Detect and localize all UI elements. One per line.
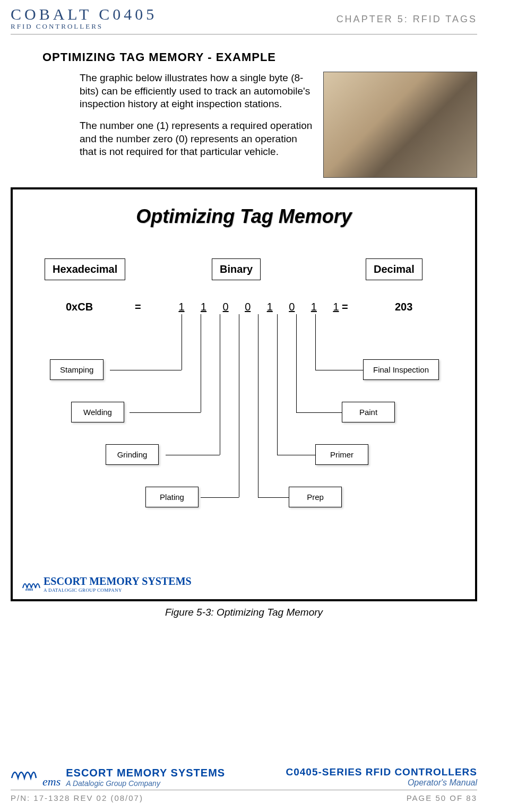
- section-title: OPTIMIZING TAG MEMORY - EXAMPLE: [42, 50, 477, 64]
- equals-1: =: [135, 301, 141, 313]
- footer-doc-type: Operator's Manual: [286, 778, 478, 788]
- chapter-label: CHAPTER 5: RFID TAGS: [337, 14, 477, 25]
- line: [201, 497, 239, 498]
- line: [315, 370, 363, 370]
- ems-brand: ESCORT MEMORY SYSTEMS: [44, 575, 192, 587]
- line: [130, 412, 201, 413]
- op-stamping: Stamping: [50, 359, 103, 380]
- op-final-inspection: Final Inspection: [363, 359, 439, 380]
- figure-caption: Figure 5-3: Optimizing Tag Memory: [11, 607, 477, 618]
- bit-3: 1: [260, 301, 279, 313]
- line: [182, 314, 182, 370]
- line: [258, 314, 258, 497]
- page-footer: ems ESCORT MEMORY SYSTEMS A Datalogic Gr…: [11, 764, 477, 802]
- footer-pn: P/N: 17-1328 REV 02 (08/07): [11, 793, 143, 802]
- footer-ems-tag: ems: [42, 775, 61, 788]
- line: [220, 314, 220, 455]
- footer-brand-sub: A Datalogic Group Company: [66, 779, 225, 788]
- line: [315, 314, 316, 370]
- footer-page: PAGE 50 OF 83: [407, 793, 477, 802]
- op-paint: Paint: [342, 402, 395, 422]
- ems-wave-icon: ems: [22, 577, 40, 591]
- page-header: COBALT C0405 RFID CONTROLLERS CHAPTER 5:…: [11, 5, 477, 34]
- line: [166, 455, 220, 455]
- line: [296, 314, 297, 412]
- bit-0: 1: [326, 301, 346, 313]
- line: [258, 497, 289, 498]
- label-binary: Binary: [212, 258, 261, 280]
- bit-5: 0: [216, 301, 235, 313]
- footer-brand: ESCORT MEMORY SYSTEMS: [66, 767, 225, 779]
- ems-logo: ems ESCORT MEMORY SYSTEMS A DATALOGIC GR…: [22, 575, 192, 593]
- bit-1: 1: [304, 301, 323, 313]
- vehicle-photo: [323, 72, 477, 178]
- line: [239, 314, 239, 497]
- op-grinding: Grinding: [106, 444, 159, 465]
- footer-left: ems ESCORT MEMORY SYSTEMS A Datalogic Gr…: [11, 764, 225, 788]
- svg-text:ems: ems: [25, 586, 33, 591]
- figure-title: Optimizing Tag Memory: [23, 205, 464, 228]
- ems-sub: A DATALOGIC GROUP COMPANY: [44, 588, 192, 593]
- intro-text: The graphic below illustrates how a sing…: [80, 72, 313, 178]
- label-decimal: Decimal: [366, 258, 422, 280]
- figure-frame: Optimizing Tag Memory Hexadecimal Binary…: [11, 187, 477, 601]
- logo-line2: RFID CONTROLLERS: [11, 22, 157, 31]
- hex-value: 0xCB: [66, 301, 93, 313]
- line: [110, 370, 182, 370]
- op-plating: Plating: [145, 487, 199, 507]
- op-welding: Welding: [71, 402, 124, 422]
- line: [296, 412, 342, 413]
- op-prep: Prep: [289, 487, 342, 507]
- binary-bits: 1 1 0 0 1 0 1 1: [172, 301, 346, 313]
- line: [277, 455, 315, 455]
- decimal-value: 203: [395, 301, 412, 313]
- logo-line1: COBALT C0405: [11, 5, 157, 23]
- footer-product: C0405-SERIES RFID CONTROLLERS: [286, 766, 478, 778]
- line: [201, 314, 201, 412]
- footer-right: C0405-SERIES RFID CONTROLLERS Operator's…: [286, 766, 478, 788]
- bit-4: 0: [238, 301, 257, 313]
- op-primer: Primer: [315, 444, 368, 465]
- footer-wave-icon: [11, 764, 37, 788]
- product-logo: COBALT C0405 RFID CONTROLLERS: [11, 5, 157, 31]
- intro-para-1: The graphic below illustrates how a sing…: [80, 72, 313, 111]
- line: [277, 314, 278, 455]
- bit-7: 1: [172, 301, 191, 313]
- label-hexadecimal: Hexadecimal: [45, 258, 125, 280]
- intro-para-2: The number one (1) represents a required…: [80, 119, 313, 159]
- bit-2: 0: [282, 301, 301, 313]
- bit-6: 1: [194, 301, 213, 313]
